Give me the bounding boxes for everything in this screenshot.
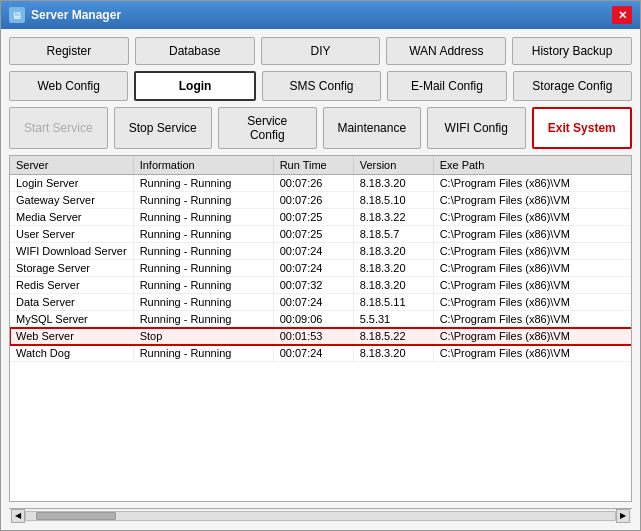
login-button[interactable]: Login: [134, 71, 255, 101]
table-row[interactable]: Storage ServerRunning - Running00:07:248…: [10, 260, 632, 277]
wan-address-button[interactable]: WAN Address: [386, 37, 506, 65]
toolbar-row-1: Register Database DIY WAN Address Histor…: [9, 37, 632, 65]
window-title: Server Manager: [31, 8, 121, 22]
table-row[interactable]: Media ServerRunning - Running00:07:258.1…: [10, 209, 632, 226]
table-row[interactable]: Login ServerRunning - Running00:07:268.1…: [10, 175, 632, 192]
maintenance-button[interactable]: Maintenance: [323, 107, 422, 149]
table-row[interactable]: Watch DogRunning - Running00:07:248.18.3…: [10, 345, 632, 362]
close-button[interactable]: ✕: [612, 6, 632, 24]
table-body: Login ServerRunning - Running00:07:268.1…: [10, 175, 632, 362]
title-bar: 🖥 Server Manager ✕: [1, 1, 640, 29]
register-button[interactable]: Register: [9, 37, 129, 65]
sms-config-button[interactable]: SMS Config: [262, 71, 381, 101]
stop-service-button[interactable]: Stop Service: [114, 107, 213, 149]
web-config-button[interactable]: Web Config: [9, 71, 128, 101]
email-config-button[interactable]: E-Mail Config: [387, 71, 506, 101]
table-row[interactable]: MySQL ServerRunning - Running00:09:065.5…: [10, 311, 632, 328]
window-icon: 🖥: [9, 7, 25, 23]
col-server: Server: [10, 156, 133, 175]
scrollbar-track[interactable]: [25, 511, 616, 521]
scroll-left-button[interactable]: ◀: [11, 509, 25, 523]
storage-config-button[interactable]: Storage Config: [513, 71, 632, 101]
history-backup-button[interactable]: History Backup: [512, 37, 632, 65]
server-table: Server Information Run Time Version Exe …: [10, 156, 632, 362]
col-path: Exe Path: [433, 156, 632, 175]
table-row[interactable]: User ServerRunning - Running00:07:258.18…: [10, 226, 632, 243]
toolbar-row-2: Web Config Login SMS Config E-Mail Confi…: [9, 71, 632, 101]
scroll-right-button[interactable]: ▶: [616, 509, 630, 523]
service-config-button[interactable]: Service Config: [218, 107, 317, 149]
title-bar-left: 🖥 Server Manager: [9, 7, 121, 23]
col-version: Version: [353, 156, 433, 175]
table-row[interactable]: Web ServerStop00:01:538.18.5.22C:\Progra…: [10, 328, 632, 345]
table-header: Server Information Run Time Version Exe …: [10, 156, 632, 175]
start-service-button[interactable]: Start Service: [9, 107, 108, 149]
server-table-container[interactable]: Server Information Run Time Version Exe …: [9, 155, 632, 502]
exit-system-button[interactable]: Exit System: [532, 107, 633, 149]
col-info: Information: [133, 156, 273, 175]
toolbar-row-3: Start Service Stop Service Service Confi…: [9, 107, 632, 149]
main-content: Register Database DIY WAN Address Histor…: [1, 29, 640, 530]
table-row[interactable]: Gateway ServerRunning - Running00:07:268…: [10, 192, 632, 209]
col-runtime: Run Time: [273, 156, 353, 175]
scrollbar-thumb[interactable]: [36, 512, 116, 520]
table-row[interactable]: Data ServerRunning - Running00:07:248.18…: [10, 294, 632, 311]
wifi-config-button[interactable]: WIFI Config: [427, 107, 526, 149]
table-row[interactable]: WIFI Download ServerRunning - Running00:…: [10, 243, 632, 260]
database-button[interactable]: Database: [135, 37, 255, 65]
horizontal-scrollbar[interactable]: ◀ ▶: [9, 508, 632, 522]
main-window: 🖥 Server Manager ✕ Register Database DIY…: [0, 0, 641, 531]
table-row[interactable]: Redis ServerRunning - Running00:07:328.1…: [10, 277, 632, 294]
diy-button[interactable]: DIY: [261, 37, 381, 65]
